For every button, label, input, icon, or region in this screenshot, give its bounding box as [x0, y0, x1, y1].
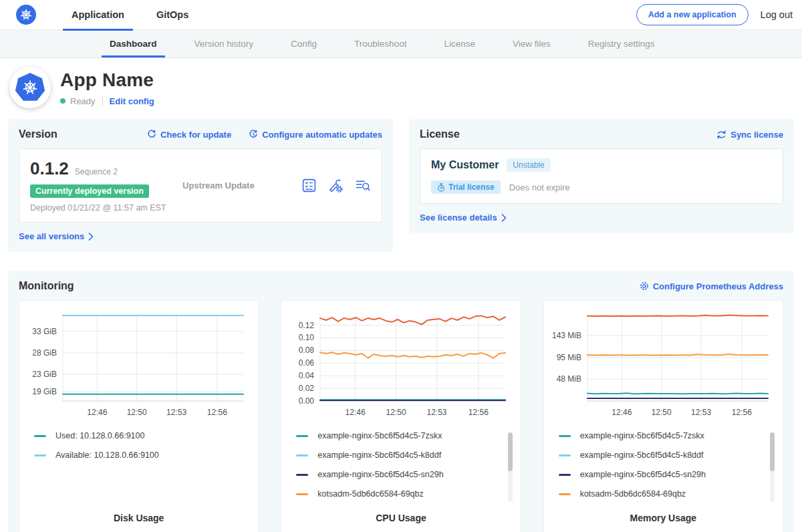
svg-text:12:46: 12:46 [87, 408, 107, 417]
chart-card-disk-usage: 19 GiB23 GiB28 GiB33 GiB12:4612:5012:531… [19, 300, 259, 532]
current-version-card: 0.1.2 Sequence 2 Currently deployed vers… [19, 148, 382, 223]
tab-dashboard[interactable]: Dashboard [102, 30, 165, 57]
svg-text:0.00: 0.00 [299, 396, 315, 406]
tab-registry-settings[interactable]: Registry settings [580, 30, 663, 57]
app-subnav: DashboardVersion historyConfigTroublesho… [0, 30, 802, 58]
legend-item: kotsadm-5db6dc6584-69qbz [296, 489, 499, 499]
legend-label: example-nginx-5bc6f5d4c5-7zskx [580, 431, 704, 440]
add-application-button[interactable]: Add a new application [636, 4, 749, 25]
preflight-checks-icon[interactable] [301, 178, 317, 193]
edit-config-link[interactable]: Edit config [110, 96, 154, 106]
svg-text:0.12: 0.12 [299, 321, 315, 330]
svg-text:23 GiB: 23 GiB [32, 370, 57, 379]
tab-license[interactable]: License [436, 30, 483, 57]
logout-button[interactable]: Log out [761, 9, 793, 20]
legend-item: Available: 10.128.0.66:9100 [34, 450, 237, 460]
svg-text:12:56: 12:56 [469, 408, 489, 417]
legend-swatch [34, 454, 46, 456]
tab-version-history[interactable]: Version history [186, 30, 262, 57]
svg-text:143 MiB: 143 MiB [552, 331, 581, 340]
tab-view-files[interactable]: View files [505, 30, 559, 57]
version-number: 0.1.2 [30, 158, 69, 179]
legend-swatch [296, 454, 308, 456]
page-title: App Name [60, 70, 154, 91]
legend-label: example-nginx-5bc6f5d4c5-k8ddf [317, 450, 441, 460]
status-badge: Ready [70, 96, 96, 106]
configure-prometheus-link[interactable]: Configure Prometheus Address [640, 281, 783, 291]
chart-card-cpu-usage: 0.000.020.040.060.080.100.1212:4612:5012… [281, 300, 521, 532]
chevron-right-icon [501, 214, 507, 222]
charts-row: 19 GiB23 GiB28 GiB33 GiB12:4612:5012:531… [19, 300, 783, 532]
refresh-icon [147, 130, 156, 139]
legend-item: example-nginx-5bc6f5d4c5-k8ddf [296, 450, 499, 460]
chart-card-memory-usage: 48 MiB95 MiB143 MiB12:4612:5012:5312:56e… [543, 300, 783, 532]
configure-automatic-updates-link[interactable]: Configure automatic updates [249, 130, 382, 140]
legend-swatch [296, 493, 308, 495]
chart-title: Disk Usage [26, 513, 251, 523]
svg-text:0.06: 0.06 [299, 358, 315, 368]
cpu-usage-plot: 0.000.020.040.060.080.100.1212:4612:5012… [288, 309, 509, 418]
svg-text:0.08: 0.08 [299, 346, 315, 355]
see-all-versions-link[interactable]: See all versions [19, 231, 94, 241]
legend-scrollbar-thumb[interactable] [770, 432, 775, 471]
deployed-badge: Currently deployed version [30, 184, 149, 198]
legend-scrollbar-thumb[interactable] [508, 432, 513, 471]
svg-text:19 GiB: 19 GiB [32, 387, 57, 396]
tab-application[interactable]: Application [63, 0, 133, 30]
legend-scrollbar[interactable] [508, 432, 513, 502]
kubernetes-logo-icon[interactable] [16, 5, 36, 25]
legend-item: example-nginx-5bc6f5d4c5-7zskx [296, 431, 499, 440]
svg-text:12:50: 12:50 [651, 408, 671, 417]
app-header: App Name Ready Edit config [0, 58, 802, 119]
sequence-label: Sequence 2 [75, 167, 118, 176]
check-for-update-link[interactable]: Check for update [147, 130, 231, 140]
svg-text:95 MiB: 95 MiB [556, 353, 581, 362]
svg-text:33 GiB: 33 GiB [32, 327, 57, 336]
tab-troubleshoot[interactable]: Troubleshoot [346, 30, 414, 57]
legend-label: example-nginx-5bc6f5d4c5-sn29h [317, 470, 443, 479]
svg-text:12:53: 12:53 [691, 408, 711, 417]
expiration-label: Does not expire [509, 182, 570, 192]
view-files-search-icon[interactable] [355, 178, 371, 193]
legend-label: kotsadm-5db6dc6584-69qbz [580, 489, 686, 499]
legend-swatch [296, 474, 308, 476]
gear-icon [640, 281, 649, 291]
tab-config[interactable]: Config [283, 30, 325, 57]
ship-wheel-icon [19, 7, 33, 22]
sync-license-link[interactable]: Sync license [716, 130, 783, 140]
svg-text:0.10: 0.10 [299, 333, 315, 342]
sync-arrows-icon [716, 130, 726, 139]
edit-config-wrench-icon[interactable] [328, 178, 344, 193]
legend-item: example-nginx-5bc6f5d4c5-k8ddf [559, 450, 761, 460]
legend-swatch [296, 435, 308, 437]
stopwatch-icon [437, 183, 445, 192]
svg-text:12:50: 12:50 [127, 408, 147, 417]
license-detail-card: My Customer Unstable Trial license Doe [420, 148, 783, 204]
version-panel: Version Check for update [8, 119, 393, 252]
svg-text:0.02: 0.02 [299, 384, 315, 393]
see-license-details-link[interactable]: See license details [420, 213, 507, 223]
memory-usage-legend: example-nginx-5bc6f5d4c5-7zskxexample-ng… [559, 431, 776, 506]
disk-usage-legend: Used: 10.128.0.66:9100Available: 10.128.… [34, 431, 251, 506]
legend-label: example-nginx-5bc6f5d4c5-k8ddf [580, 450, 704, 460]
legend-label: Available: 10.128.0.66:9100 [55, 450, 159, 460]
svg-text:48 MiB: 48 MiB [556, 374, 581, 384]
tab-gitops[interactable]: GitOps [148, 0, 197, 30]
legend-swatch [559, 493, 571, 495]
disk-usage-plot: 19 GiB23 GiB28 GiB33 GiB12:4612:5012:531… [26, 309, 247, 418]
legend-label: example-nginx-5bc6f5d4c5-7zskx [317, 431, 442, 440]
legend-swatch [34, 435, 46, 437]
memory-usage-plot: 48 MiB95 MiB143 MiB12:4612:5012:5312:56 [551, 309, 772, 418]
legend-item: example-nginx-5bc6f5d4c5-sn29h [559, 470, 761, 479]
chevron-right-icon [88, 233, 94, 241]
svg-text:28 GiB: 28 GiB [32, 348, 57, 358]
svg-text:12:53: 12:53 [166, 408, 186, 417]
status-dot-icon [60, 98, 65, 104]
legend-scrollbar[interactable] [770, 432, 775, 502]
auto-update-clock-icon [249, 130, 258, 139]
legend-swatch [559, 474, 571, 476]
monitoring-panel: Monitoring Configure Prometheus Address … [8, 271, 794, 532]
legend-label: Used: 10.128.0.66:9100 [55, 431, 144, 440]
app-kubernetes-icon [9, 67, 51, 108]
svg-text:12:46: 12:46 [612, 408, 632, 417]
